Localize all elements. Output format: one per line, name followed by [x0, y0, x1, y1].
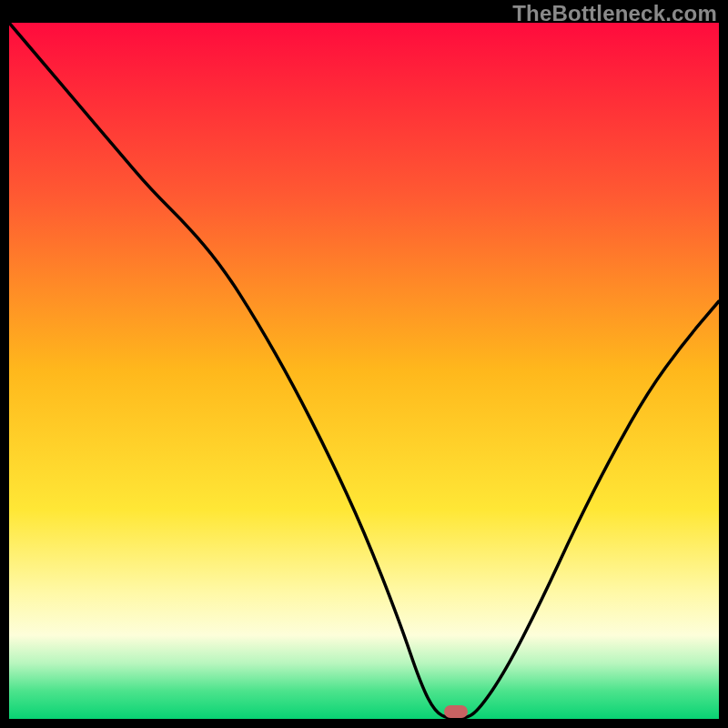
chart-svg — [9, 23, 719, 719]
optimal-marker — [444, 705, 468, 718]
gradient-background — [9, 23, 719, 719]
chart-frame — [9, 23, 719, 719]
